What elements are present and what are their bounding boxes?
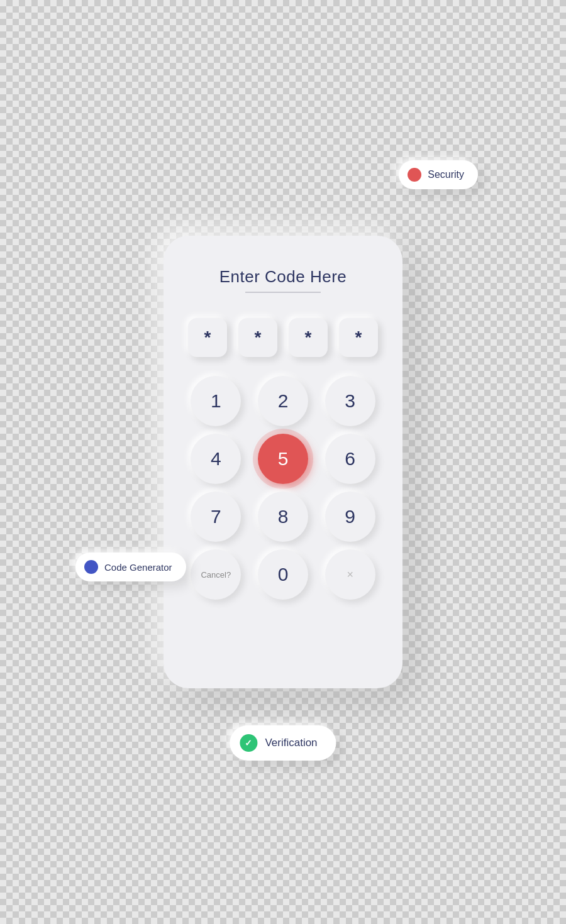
key-0[interactable]: 0 — [258, 549, 308, 600]
key-5[interactable]: 5 — [258, 434, 308, 484]
key-3[interactable]: 3 — [325, 376, 375, 426]
key-7[interactable]: 7 — [191, 492, 241, 542]
key-1[interactable]: 1 — [191, 376, 241, 426]
title-area: Enter Code Here — [176, 267, 390, 293]
title-underline — [245, 292, 321, 293]
verification-label: Verification — [265, 737, 317, 749]
pin-dot-1: * — [188, 318, 227, 357]
code-generator-label: Code Generator — [104, 562, 172, 573]
key-delete[interactable]: × — [325, 549, 375, 600]
security-label: Security — [428, 169, 464, 180]
key-4[interactable]: 4 — [191, 434, 241, 484]
key-8[interactable]: 8 — [258, 492, 308, 542]
key-9[interactable]: 9 — [325, 492, 375, 542]
keypad: 1 2 3 4 5 6 7 8 9 Cancel? 0 × — [189, 376, 377, 600]
scene: Security Code Generator Enter Code Here … — [126, 179, 440, 745]
code-generator-badge[interactable]: Code Generator — [75, 553, 186, 581]
key-6[interactable]: 6 — [325, 434, 375, 484]
phone-card: Enter Code Here * * * * 1 2 3 4 5 6 7 8 … — [164, 236, 402, 688]
pin-row: * * * * — [188, 318, 378, 357]
key-2[interactable]: 2 — [258, 376, 308, 426]
code-generator-dot — [84, 560, 98, 574]
pin-dot-3: * — [289, 318, 328, 357]
pin-dot-2: * — [238, 318, 277, 357]
enter-code-title: Enter Code Here — [176, 267, 390, 287]
pin-dot-4: * — [339, 318, 378, 357]
verification-badge[interactable]: ✓ Verification — [230, 725, 336, 761]
security-dot — [408, 168, 421, 182]
key-cancel[interactable]: Cancel? — [191, 549, 241, 600]
security-badge[interactable]: Security — [399, 160, 478, 189]
verification-check-icon: ✓ — [240, 734, 257, 752]
